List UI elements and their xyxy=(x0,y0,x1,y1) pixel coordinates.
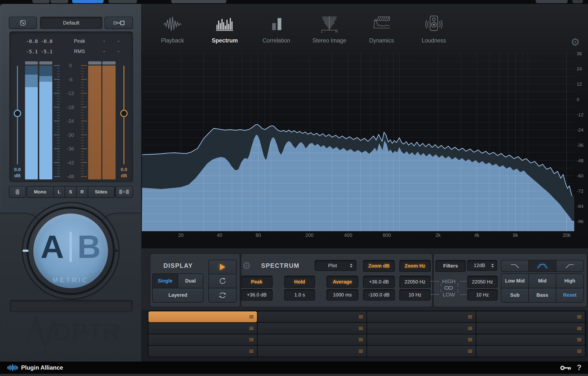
tab-label: Dynamics xyxy=(369,37,394,44)
preset-slot[interactable] xyxy=(476,346,585,357)
preset-slot[interactable] xyxy=(258,323,366,334)
preset-field[interactable]: Default xyxy=(40,17,102,29)
drag-handle-icon[interactable] xyxy=(359,315,363,318)
spectrum-analyzer-chart[interactable]: 2040802004008002k4k8k20k3624120-12-24-36… xyxy=(142,52,588,250)
fader-a-value: 0.0 xyxy=(11,166,24,173)
drag-handle-icon[interactable] xyxy=(249,327,254,330)
plot-mode-dropdown[interactable]: Plot xyxy=(315,260,356,271)
preset-slot[interactable] xyxy=(258,335,366,345)
drag-handle-icon[interactable] xyxy=(359,350,363,353)
zoom-hz-max-value[interactable]: 22050 Hz xyxy=(399,276,431,288)
host-button[interactable] xyxy=(171,0,226,3)
collapse-button[interactable] xyxy=(9,17,37,29)
drag-handle-icon[interactable] xyxy=(468,338,472,341)
host-button-active[interactable] xyxy=(72,0,104,3)
channel-left-button[interactable]: L xyxy=(54,187,65,197)
refresh-button[interactable] xyxy=(209,274,236,288)
drag-handle-icon[interactable] xyxy=(577,327,581,330)
fader-a-handle[interactable] xyxy=(14,110,21,117)
spectrum-settings-button[interactable]: ⚙ xyxy=(241,260,253,271)
filter-hz-max-value[interactable]: 22050 Hz xyxy=(467,276,498,288)
analyzer-settings-button[interactable]: ⚙ xyxy=(569,36,582,48)
help-button[interactable]: ? xyxy=(574,363,584,373)
drag-handle-icon[interactable] xyxy=(468,315,472,318)
preset-slot[interactable] xyxy=(148,346,257,357)
zoom-db-max-value[interactable]: +36.0 dB xyxy=(363,276,395,288)
average-time-value[interactable]: 1000 ms xyxy=(326,289,358,301)
tab-playback[interactable]: Playback xyxy=(152,15,193,47)
host-button[interactable] xyxy=(536,0,568,3)
host-button[interactable] xyxy=(572,0,583,3)
lowpass-filter-button[interactable] xyxy=(501,260,528,271)
zoom-db-button[interactable]: Zoom dB xyxy=(363,260,395,272)
band-sub-button[interactable]: Sub xyxy=(501,288,528,302)
preset-slot[interactable] xyxy=(476,311,585,322)
drag-handle-icon[interactable] xyxy=(249,315,254,318)
drag-handle-icon[interactable] xyxy=(577,315,581,318)
preset-slot[interactable] xyxy=(258,346,366,357)
svg-text:-72: -72 xyxy=(577,188,583,194)
drag-handle-icon[interactable] xyxy=(577,338,581,341)
channel-sides-button[interactable]: Sides xyxy=(88,187,114,197)
tab-correlation[interactable]: Correlation xyxy=(255,15,297,47)
tab-spectrum[interactable]: Spectrum xyxy=(204,15,246,47)
drag-handle-icon[interactable] xyxy=(468,350,472,353)
tab-loudness[interactable]: Loudness xyxy=(413,15,455,47)
drag-handle-icon[interactable] xyxy=(577,350,581,353)
zoom-db-min-value[interactable]: -100.0 dB xyxy=(363,289,395,301)
ab-view-button[interactable] xyxy=(105,17,133,29)
highpass-filter-button[interactable] xyxy=(556,260,583,271)
preset-slot[interactable] xyxy=(148,311,257,322)
preset-slot[interactable] xyxy=(367,323,476,334)
band-high-button[interactable]: High xyxy=(556,274,583,288)
band-reset-button[interactable]: Reset xyxy=(556,288,583,302)
slope-dropdown[interactable]: 12dB xyxy=(467,260,497,271)
host-button[interactable] xyxy=(108,0,137,3)
channel-right-button[interactable]: R xyxy=(77,187,88,197)
tab-dynamics[interactable]: Dynamics xyxy=(361,15,402,47)
play-button[interactable] xyxy=(209,260,236,274)
host-button[interactable] xyxy=(32,0,50,3)
channel-side-button[interactable]: S xyxy=(65,187,76,197)
display-dual-button[interactable]: Dual xyxy=(178,274,203,288)
preset-slot[interactable] xyxy=(476,335,585,345)
bandpass-filter-button[interactable] xyxy=(529,260,556,271)
license-key-icon[interactable] xyxy=(560,364,573,371)
drag-handle-icon[interactable] xyxy=(359,327,363,330)
channel-mono-button[interactable]: Mono xyxy=(27,187,53,197)
average-toggle-button[interactable]: Average xyxy=(326,276,358,288)
drag-handle-icon[interactable] xyxy=(359,338,363,341)
mono-compat-button[interactable] xyxy=(115,186,133,198)
drag-handle-icon[interactable] xyxy=(249,338,254,341)
preset-slot[interactable] xyxy=(148,335,257,345)
zoom-hz-button[interactable]: Zoom Hz xyxy=(399,260,431,272)
peak-toggle-button[interactable]: Peak xyxy=(241,276,273,288)
hold-toggle-button[interactable]: Hold xyxy=(284,276,315,288)
preset-slot[interactable] xyxy=(367,335,476,345)
band-mid-button[interactable]: Mid xyxy=(529,274,556,288)
tab-stereo-image[interactable]: L R Stereo Image xyxy=(308,15,350,47)
fader-b-handle[interactable] xyxy=(120,110,128,117)
fader-b-value: 0.0 xyxy=(117,166,131,173)
zoom-hz-min-value[interactable]: 10 Hz xyxy=(399,289,431,301)
filters-button[interactable]: Filters xyxy=(435,260,466,272)
display-layered-button[interactable]: Layered xyxy=(153,288,203,302)
link-chain-icon[interactable] xyxy=(444,285,453,291)
speaker-solo-button[interactable] xyxy=(9,186,26,198)
preset-slot[interactable] xyxy=(476,323,585,334)
hold-time-value[interactable]: 1.0 s xyxy=(284,289,315,301)
preset-slot[interactable] xyxy=(148,323,257,334)
preset-slot[interactable] xyxy=(367,311,476,322)
peak-range-value[interactable]: +36.0 dB xyxy=(241,289,273,301)
drag-handle-icon[interactable] xyxy=(468,327,472,330)
drag-handle-icon[interactable] xyxy=(249,350,254,353)
band-bass-button[interactable]: Bass xyxy=(529,288,556,302)
svg-text:-18: -18 xyxy=(67,105,74,110)
sync-loop-button[interactable] xyxy=(209,288,236,302)
preset-slot[interactable] xyxy=(367,346,476,357)
band-low-mid-button[interactable]: Low Mid xyxy=(501,274,528,288)
host-button[interactable] xyxy=(51,0,68,3)
filter-hz-min-value[interactable]: 10 Hz xyxy=(467,289,498,301)
preset-slot[interactable] xyxy=(258,311,366,322)
display-single-button[interactable]: Single xyxy=(153,274,178,288)
